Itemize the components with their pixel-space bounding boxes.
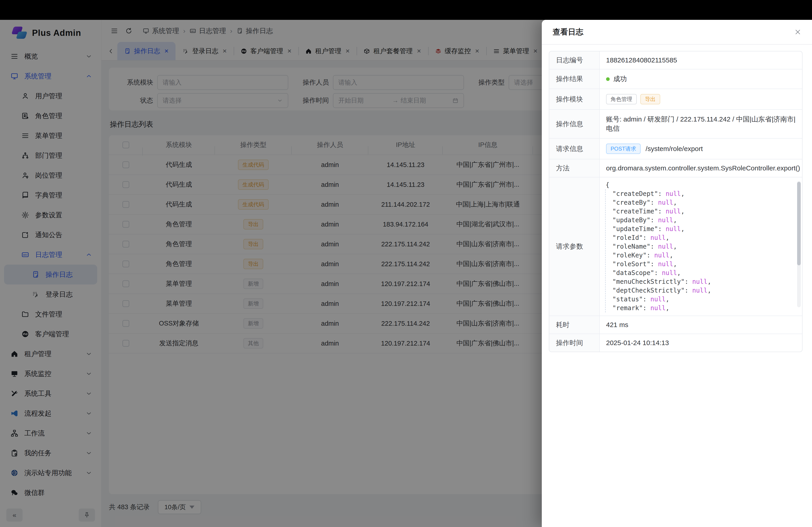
- log-detail-table: 日志编号 1882612840802115585 操作结果 成功 操作模块 角色…: [549, 51, 802, 352]
- request-url: /system/role/export: [646, 145, 702, 153]
- drawer-body: 日志编号 1882612840802115585 操作结果 成功 操作模块 角色…: [542, 45, 812, 352]
- code-scrollbar[interactable]: [797, 181, 801, 307]
- code-line: "dataScope": null,: [612, 269, 795, 277]
- code-line: "deptCheckStrictly": null,: [612, 286, 795, 295]
- code-open-brace: {: [601, 181, 795, 189]
- detail-row-params: 请求参数 { "createDept": null,"createBy": nu…: [549, 177, 802, 316]
- code-line: "roleSort": null,: [612, 260, 795, 269]
- detail-row-result: 操作结果 成功: [549, 70, 802, 89]
- close-icon[interactable]: [794, 28, 802, 36]
- log-id-value: 1882612840802115585: [600, 51, 802, 69]
- success-dot-icon: [606, 77, 610, 81]
- operation-time-value: 2025-01-24 10:14:13: [600, 334, 802, 352]
- code-line: "createTime": null,: [612, 207, 795, 216]
- close-icon: [794, 28, 802, 36]
- code-line: "createDept": null,: [612, 189, 795, 198]
- operation-info-value: 账号: admin / 研发部门 / 222.175.114.242 / 中国|…: [600, 110, 802, 138]
- method-value: org.dromara.system.controller.system.Sys…: [600, 160, 802, 177]
- screen: Plus Admin 概览 系统管理 用户管理 角色管理 菜单管理 部门管理 岗…: [0, 0, 812, 527]
- code-line: "updateBy": null,: [612, 216, 795, 225]
- code-line: "roleId": null,: [612, 233, 795, 242]
- detail-row-method: 方法 org.dromara.system.controller.system.…: [549, 160, 802, 177]
- post-method-tag: POST请求: [606, 144, 641, 154]
- code-line: "status": null,: [612, 295, 795, 304]
- drawer-title: 查看日志: [553, 27, 583, 37]
- detail-row-duration: 耗时 421 ms: [549, 316, 802, 334]
- detail-row-time: 操作时间 2025-01-24 10:14:13: [549, 334, 802, 352]
- code-line: "updateTime": null,: [612, 225, 795, 233]
- detail-row-log-id: 日志编号 1882612840802115585: [549, 51, 802, 70]
- detail-row-request: 请求信息 POST请求 /system/role/export: [549, 139, 802, 160]
- code-line: "remark": null,: [612, 304, 795, 312]
- code-lines: "createDept": null,"createBy": null,"cre…: [605, 189, 795, 312]
- view-log-drawer: 查看日志 日志编号 1882612840802115585 操作结果 成功 操作…: [542, 20, 812, 527]
- code-line: "roleKey": null,: [612, 251, 795, 260]
- code-line: "roleName": null,: [612, 242, 795, 251]
- detail-row-info: 操作信息 账号: admin / 研发部门 / 222.175.114.242 …: [549, 110, 802, 139]
- module-tag: 角色管理: [606, 94, 637, 104]
- operation-type-tag: 导出: [640, 94, 660, 104]
- code-line: "createBy": null,: [612, 198, 795, 207]
- detail-row-module: 操作模块 角色管理 导出: [549, 89, 802, 110]
- request-params-code[interactable]: { "createDept": null,"createBy": null,"c…: [600, 177, 802, 316]
- result-value: 成功: [600, 70, 802, 89]
- drawer-header: 查看日志: [542, 20, 812, 45]
- duration-value: 421 ms: [600, 316, 802, 334]
- code-line: "menuCheckStrictly": null,: [612, 277, 795, 286]
